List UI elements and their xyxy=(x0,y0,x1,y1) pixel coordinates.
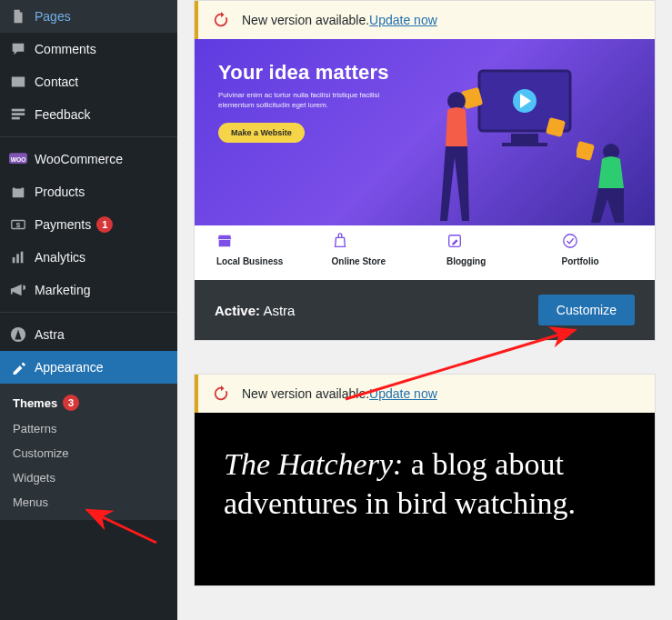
svg-rect-10 xyxy=(16,254,19,263)
sidebar-item-label: Products xyxy=(35,185,85,199)
sidebar-item-label: Pages xyxy=(35,9,71,24)
svg-point-23 xyxy=(563,235,576,247)
content-area: New version available. Update now Your i… xyxy=(177,0,672,620)
sidebar-separator xyxy=(0,312,177,313)
svg-rect-15 xyxy=(502,143,547,146)
theme-hero: Your idea matters Pulvinar enim ac torto… xyxy=(195,39,655,225)
feedback-icon xyxy=(9,105,27,124)
category-label: Blogging xyxy=(446,256,518,266)
submenu-item-themes[interactable]: Themes 3 xyxy=(0,389,177,416)
analytics-icon xyxy=(9,248,27,266)
theme-footer: Active: Astra Customize xyxy=(195,280,655,340)
submenu-item-label: Widgets xyxy=(13,471,55,485)
hero-title: Your idea matters xyxy=(218,61,389,85)
svg-rect-6 xyxy=(15,185,21,189)
store-icon xyxy=(216,233,233,249)
sidebar-item-label: Contact xyxy=(35,75,78,89)
hero-desc: Pulvinar enim ac tortor nulla facilisi t… xyxy=(218,90,382,110)
svg-rect-0 xyxy=(12,109,25,112)
category-label: Online Store xyxy=(332,256,404,266)
update-now-link[interactable]: Update now xyxy=(369,386,437,401)
products-icon xyxy=(9,183,27,201)
svg-rect-1 xyxy=(12,113,25,115)
sidebar-item-label: Astra xyxy=(35,327,65,342)
payments-badge: 1 xyxy=(96,216,113,233)
check-circle-icon xyxy=(562,233,578,249)
sidebar-item-payments[interactable]: $ Payments 1 xyxy=(0,208,177,241)
theme-categories: Local Business Online Store Blogging Por… xyxy=(195,225,655,280)
sidebar-item-astra[interactable]: Astra xyxy=(0,318,177,351)
sidebar-item-contact[interactable]: Contact xyxy=(0,65,177,98)
sidebar-item-label: Analytics xyxy=(35,250,85,265)
svg-rect-20 xyxy=(577,141,595,161)
active-pointer-icon xyxy=(177,360,185,375)
theme-card-astra: New version available. Update now Your i… xyxy=(194,0,656,341)
admin-sidebar: Pages Comments Contact Feedback WOO WooC… xyxy=(0,0,177,620)
submenu-item-patterns[interactable]: Patterns xyxy=(0,416,177,441)
svg-text:$: $ xyxy=(16,221,21,229)
update-icon xyxy=(213,385,229,402)
submenu-item-label: Themes xyxy=(13,396,57,410)
category-label: Local Business xyxy=(216,256,288,266)
sidebar-item-woocommerce[interactable]: WOO WooCommerce xyxy=(0,143,177,175)
sidebar-item-appearance[interactable]: Appearance xyxy=(0,351,177,384)
sidebar-item-comments[interactable]: Comments xyxy=(0,33,177,65)
sidebar-item-label: Comments xyxy=(35,42,96,56)
envelope-icon xyxy=(9,73,27,91)
update-now-link[interactable]: Update now xyxy=(369,13,437,27)
svg-rect-2 xyxy=(12,117,20,120)
svg-rect-14 xyxy=(511,134,538,143)
update-notice: New version available. Update now xyxy=(195,375,655,413)
notice-text: New version available. xyxy=(242,13,369,27)
submenu-item-label: Menus xyxy=(13,495,48,509)
submenu-item-customize[interactable]: Customize xyxy=(0,441,177,465)
theme-card-hatchery: New version available. Update now The Ha… xyxy=(194,374,656,586)
submenu-item-widgets[interactable]: Widgets xyxy=(0,465,177,490)
shopping-bag-icon xyxy=(332,233,348,249)
svg-rect-9 xyxy=(13,257,15,263)
person-illustration-icon xyxy=(577,135,640,225)
svg-rect-11 xyxy=(21,252,24,264)
person-illustration-icon xyxy=(431,85,496,225)
sidebar-item-label: Feedback xyxy=(35,107,90,122)
astra-icon xyxy=(9,325,27,344)
active-theme-name: Active: Astra xyxy=(215,303,295,318)
hero-cta-button: Make a Website xyxy=(218,123,305,143)
themes-badge: 3 xyxy=(63,395,79,411)
svg-text:WOO: WOO xyxy=(11,156,26,163)
theme-hero: The Hatchery: a blog about adventures in… xyxy=(195,413,655,585)
svg-rect-5 xyxy=(13,188,25,198)
customize-button[interactable]: Customize xyxy=(538,295,635,325)
sidebar-item-label: WooCommerce xyxy=(35,152,123,166)
notice-text: New version available. xyxy=(242,386,369,401)
category-label: Portfolio xyxy=(562,256,634,266)
edit-icon xyxy=(446,233,463,249)
sidebar-item-products[interactable]: Products xyxy=(0,175,177,208)
comments-icon xyxy=(9,40,27,58)
sidebar-item-label: Payments xyxy=(35,217,91,232)
sidebar-item-marketing[interactable]: Marketing xyxy=(0,274,177,306)
category-portfolio: Portfolio xyxy=(540,225,656,280)
sidebar-separator xyxy=(0,136,177,137)
pages-icon xyxy=(9,7,27,25)
category-online-store: Online Store xyxy=(310,225,426,280)
megaphone-icon xyxy=(9,281,27,299)
category-local-business: Local Business xyxy=(195,225,310,280)
submenu-item-label: Customize xyxy=(13,446,68,460)
submenu-item-menus[interactable]: Menus xyxy=(0,490,177,515)
sidebar-item-pages[interactable]: Pages xyxy=(0,0,177,33)
appearance-icon xyxy=(9,358,27,376)
hero-title: The Hatchery: a blog about adventures in… xyxy=(224,445,626,523)
category-blogging: Blogging xyxy=(425,225,540,280)
sidebar-item-label: Marketing xyxy=(35,283,90,297)
update-icon xyxy=(213,12,229,28)
appearance-submenu: Themes 3 Patterns Customize Widgets Menu… xyxy=(0,384,177,520)
woocommerce-icon: WOO xyxy=(9,150,27,168)
update-notice: New version available. Update now xyxy=(195,1,655,39)
sidebar-item-analytics[interactable]: Analytics xyxy=(0,241,177,274)
sidebar-item-label: Appearance xyxy=(35,360,104,375)
submenu-item-label: Patterns xyxy=(13,422,56,435)
payments-icon: $ xyxy=(9,215,27,234)
sidebar-item-feedback[interactable]: Feedback xyxy=(0,98,177,131)
